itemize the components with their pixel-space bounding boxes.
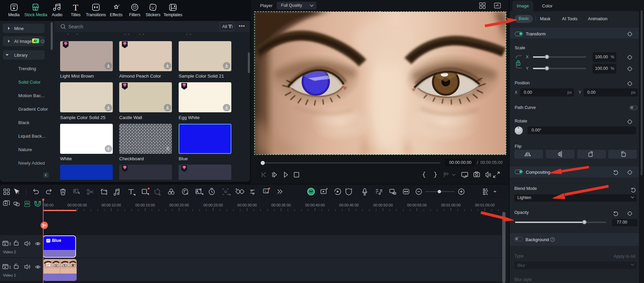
svg-text:Video 1: Video 1 — [3, 273, 16, 277]
svg-text:00:00:20:00: 00:00:20:00 — [169, 203, 189, 207]
svg-text:00:01:05:00: 00:01:05:00 — [475, 203, 495, 207]
svg-text:00:00:10:00: 00:00:10:00 — [101, 203, 121, 207]
svg-text:00:00:25:00: 00:00:25:00 — [203, 203, 223, 207]
svg-text:AI: AI — [186, 193, 188, 195]
svg-text:?: ? — [42, 40, 44, 43]
svg-text:00:01:00:00: 00:01:00:00 — [441, 203, 461, 207]
svg-text:00:00:50:00: 00:00:50:00 — [373, 203, 393, 207]
svg-text:Video 2: Video 2 — [3, 250, 16, 254]
svg-text:00:00:45:00: 00:00:45:00 — [339, 203, 359, 207]
svg-text:00:00:15:00: 00:00:15:00 — [135, 203, 155, 207]
svg-text:2: 2 — [9, 242, 11, 246]
svg-text:00:00:55:00: 00:00:55:00 — [407, 203, 427, 207]
svg-text:00:00:30:00: 00:00:30:00 — [237, 203, 257, 207]
svg-text:AI: AI — [266, 191, 268, 193]
svg-text:T: T — [73, 3, 78, 12]
svg-text:00:00: 00:00 — [44, 203, 54, 207]
svg-text:?: ? — [551, 238, 553, 241]
svg-text:T: T — [264, 190, 266, 193]
svg-text:00:00:40:00: 00:00:40:00 — [305, 203, 325, 207]
svg-text:00:00:35:00: 00:00:35:00 — [271, 203, 291, 207]
svg-text:1: 1 — [9, 265, 11, 269]
svg-text:00:00:05:00: 00:00:05:00 — [68, 203, 87, 207]
